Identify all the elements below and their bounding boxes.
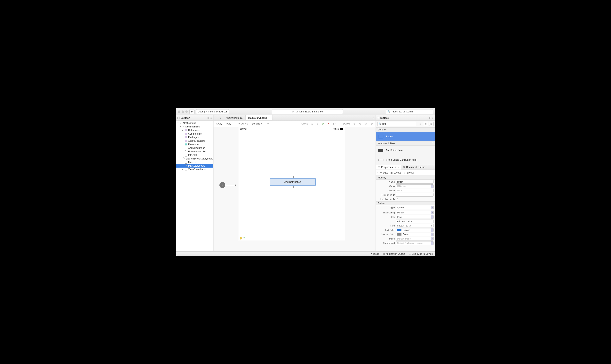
folder-icon xyxy=(185,129,187,131)
frames-icon[interactable]: ▢ xyxy=(333,122,335,125)
search-icon: 🔍 xyxy=(388,110,390,113)
tab-appdelegate[interactable]: AppDelegate.cs xyxy=(223,115,246,120)
prop-module-input[interactable]: None xyxy=(396,189,433,192)
prop-class-input[interactable]: UIButton xyxy=(396,184,431,188)
initial-vc-arrow[interactable]: ➜ xyxy=(220,182,236,188)
toolbox-item-barbutton[interactable]: Bar Button Item xyxy=(376,146,435,155)
zoom-out-icon[interactable]: ⊖ xyxy=(359,122,361,125)
run-button[interactable] xyxy=(189,109,194,114)
dropdown-icon[interactable]: ▾ xyxy=(431,184,433,188)
prop-font-input[interactable]: System 17 ptT xyxy=(396,224,433,227)
toolbox-item-button[interactable]: Button xyxy=(376,132,435,141)
toolbox-category-windows[interactable]: Windows & Bars⌃ xyxy=(376,141,435,146)
pad-close-icon[interactable]: × xyxy=(432,117,433,119)
prop-restoration-id-input[interactable] xyxy=(396,193,433,197)
subtab-layout[interactable]: ▦Layout xyxy=(390,171,401,174)
tree-item[interactable]: Resources xyxy=(176,143,213,146)
prop-text-color-select[interactable]: Default xyxy=(396,228,431,232)
prop-type-select[interactable]: System xyxy=(396,206,431,209)
vc-dock-icon[interactable] xyxy=(240,237,242,239)
subtab-events[interactable]: ↻Events xyxy=(403,171,414,174)
tree-item[interactable]: Info.plist xyxy=(176,153,213,157)
tab-main-storyboard[interactable]: Main.storyboard○ xyxy=(246,115,272,120)
prop-title-type-select[interactable]: Plain xyxy=(396,215,431,219)
toolbox-item-fixedspace[interactable]: ⊦┄┄⊣ Fixed Space Bar Button Item xyxy=(376,155,435,165)
size-class-w[interactable]: wwAnyAny xyxy=(216,122,222,125)
tree-item[interactable]: Main.storyboard xyxy=(176,164,213,168)
tab-document-outline[interactable]: ⧉Document Outline xyxy=(401,165,427,169)
status-output[interactable]: ▥ Application Output xyxy=(383,253,405,255)
resize-handle-left[interactable] xyxy=(267,181,269,183)
tree-item[interactable]: Components xyxy=(176,132,213,136)
tree-item[interactable]: ▸References xyxy=(176,129,213,132)
clear-constraints-icon[interactable]: ✕ xyxy=(327,122,330,125)
design-canvas[interactable]: ➜ Carrier ᯤ 100% Add Notification xyxy=(213,127,375,251)
toolbox-view-compact[interactable]: ≡ xyxy=(424,122,428,126)
dropdown-icon[interactable]: ▾ xyxy=(431,215,433,219)
tab-properties[interactable]: ☰Properties◫ × xyxy=(376,165,401,169)
tree-item[interactable]: Entitlements.plist xyxy=(176,150,213,153)
view-controller[interactable]: Carrier ᯤ 100% Add Notification xyxy=(238,127,345,240)
minimize-window-button[interactable] xyxy=(182,110,184,113)
prop-state-select[interactable]: Default xyxy=(396,211,431,214)
prop-shadow-color-select[interactable]: Default xyxy=(396,233,431,236)
events-icon: ↻ xyxy=(403,171,405,174)
dropdown-icon[interactable]: ▾ xyxy=(431,233,433,236)
selected-button-widget[interactable]: Add Notification xyxy=(270,178,316,186)
pad-pin-icon[interactable]: ◫ xyxy=(429,117,431,119)
close-window-button[interactable] xyxy=(178,110,180,113)
dropdown-icon[interactable]: ▾ xyxy=(431,237,433,240)
orientation-toggle[interactable]: ▭ xyxy=(266,122,269,125)
zoom-window-button[interactable] xyxy=(185,110,188,113)
status-deploy[interactable]: ⤓ Deploying to Device xyxy=(409,253,433,255)
prop-image-select[interactable]: Default Image xyxy=(396,237,431,240)
zoom-actual-icon[interactable]: ⊙ xyxy=(365,122,367,125)
dropdown-icon[interactable]: ▾ xyxy=(431,241,433,245)
resize-handle-top[interactable] xyxy=(292,176,294,178)
project-icon: ▫ xyxy=(182,126,185,128)
prop-background-select[interactable]: Default Background Image xyxy=(396,241,431,245)
clear-filter-icon[interactable]: ⓧ xyxy=(419,123,421,126)
size-class-h[interactable]: hAny xyxy=(225,122,231,125)
window-controls xyxy=(178,110,188,113)
dropdown-icon[interactable]: ▾ xyxy=(431,206,433,209)
view-as-selector[interactable]: Generic ▼ xyxy=(251,122,263,125)
resize-handle-right[interactable] xyxy=(316,181,318,183)
solution-tree[interactable]: ▼▫ Notifications ▼▫ Notifications ▸Refer… xyxy=(176,120,213,251)
toolbox-filter-input[interactable] xyxy=(377,122,416,126)
tree-item[interactable]: Assets.xcassets xyxy=(176,139,213,143)
toolbox-view-grid[interactable]: ⊞ xyxy=(429,122,433,126)
solution-pad: Solution ◫ × ▼▫ Notifications ▼▫ Notific… xyxy=(176,115,213,251)
zoom-fit-icon[interactable]: ⊙ xyxy=(353,122,356,125)
solution-root[interactable]: ▼▫ Notifications xyxy=(176,121,213,125)
tab-overflow-icon[interactable]: ▾ xyxy=(371,115,375,120)
first-responder-icon[interactable] xyxy=(243,237,245,239)
dropdown-icon[interactable]: ▾ xyxy=(431,228,433,232)
editor-tabs: ‹ › AppDelegate.cs Main.storyboard○ ▾ xyxy=(213,115,375,120)
dropdown-icon[interactable]: ▾ xyxy=(431,211,433,214)
pad-close-icon[interactable]: × xyxy=(210,117,212,119)
tree-item[interactable]: Packages xyxy=(176,136,213,139)
add-constraints-icon[interactable]: ⊕ xyxy=(322,122,324,125)
toolbox-category-controls[interactable]: Controls⌃ xyxy=(376,128,435,132)
prop-title-text-input[interactable]: Add Notification xyxy=(396,220,433,223)
global-search[interactable]: 🔍 Press '⌘.' to search xyxy=(386,109,433,114)
tree-item[interactable]: AppDelegate.cs xyxy=(176,146,213,150)
project-node[interactable]: ▼▫ Notifications xyxy=(176,125,213,129)
nav-forward-button[interactable]: › xyxy=(218,115,223,120)
font-picker-icon[interactable]: T xyxy=(431,224,432,227)
nav-back-button[interactable]: ‹ xyxy=(213,115,218,120)
tree-item[interactable]: ▸ViewController.cs xyxy=(176,168,213,171)
prop-name-input[interactable]: button xyxy=(396,180,433,183)
subtab-widget[interactable]: ↖Widget xyxy=(377,171,388,174)
tree-item[interactable]: Main.cs xyxy=(176,160,213,164)
tree-item[interactable]: LaunchScreen.storyboard xyxy=(176,157,213,160)
folder-icon xyxy=(185,143,187,146)
run-config-selector[interactable]: Debug › iPhone 6s iOS 9.3 xyxy=(196,109,229,114)
status-tasks[interactable]: ✓ Tasks xyxy=(370,253,379,255)
pad-pin-icon[interactable]: ◫ xyxy=(207,117,209,119)
properties-panel[interactable]: Identity Namebutton ClassUIButton▾ Modul… xyxy=(376,176,435,251)
zoom-in-icon[interactable]: ⊕ xyxy=(371,122,373,125)
close-tab-icon[interactable]: ○ xyxy=(268,117,269,119)
file-icon xyxy=(185,150,187,153)
